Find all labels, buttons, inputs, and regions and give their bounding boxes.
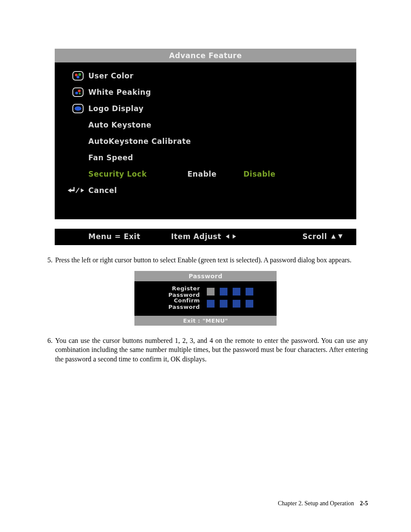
- svg-point-6: [78, 90, 81, 93]
- svg-point-3: [77, 76, 80, 79]
- row-label: Register Password: [142, 285, 207, 298]
- step-text: Press the left or right cursor button to…: [55, 255, 368, 265]
- user-color-icon: [72, 71, 84, 81]
- osd-advance-feature: Advance Feature User Color: [55, 49, 356, 245]
- footer-page-number: 2-5: [360, 500, 368, 507]
- menu-item-white-peaking[interactable]: White Peaking: [68, 84, 343, 100]
- menu-item-logo-display[interactable]: Logo Display: [68, 100, 343, 117]
- help-menu-exit: Menu = Exit: [68, 232, 171, 241]
- password-box[interactable]: [233, 288, 240, 296]
- password-register-row: Register Password: [142, 286, 269, 298]
- option-enable[interactable]: Enable: [187, 170, 243, 178]
- osd-title: Advance Feature: [55, 49, 356, 62]
- instruction-step-6: 6. You can use the cursor buttons number…: [43, 336, 368, 364]
- step-text: You can use the cursor buttons numbered …: [55, 336, 368, 364]
- svg-point-5: [75, 92, 78, 95]
- instruction-step-5: 5. Press the left or right cursor button…: [43, 255, 368, 265]
- menu-item-user-color[interactable]: User Color: [68, 68, 343, 84]
- svg-marker-13: [226, 234, 229, 239]
- password-box[interactable]: [207, 300, 215, 308]
- osd-exit-hint: Exit : "MENU": [134, 316, 277, 326]
- menu-item-fan-speed[interactable]: Fan Speed: [68, 149, 343, 166]
- menu-item-label: User Color: [88, 72, 179, 80]
- svg-rect-4: [73, 88, 83, 96]
- password-box[interactable]: [207, 288, 215, 296]
- password-box[interactable]: [220, 300, 227, 308]
- menu-item-label: Auto Keystone: [88, 121, 179, 129]
- menu-item-label: Security Lock: [88, 170, 179, 178]
- password-box[interactable]: [246, 300, 253, 308]
- password-box[interactable]: [233, 300, 240, 308]
- osd-help-bar: Menu = Exit Item Adjust Scroll: [55, 229, 356, 245]
- menu-item-label: White Peaking: [88, 88, 179, 96]
- password-confirm-row: Confirm Password: [142, 298, 269, 310]
- white-peaking-icon: [72, 87, 84, 97]
- svg-marker-10: [68, 187, 75, 192]
- svg-marker-12: [81, 188, 84, 193]
- step-number: 5.: [43, 255, 55, 265]
- svg-marker-16: [338, 234, 342, 239]
- osd-password: Password Register Password Confirm Passw…: [134, 271, 277, 326]
- menu-item-label: AutoKeystone Calibrate: [88, 137, 218, 146]
- menu-item-label: Cancel: [88, 186, 179, 195]
- step-number: 6.: [43, 336, 55, 364]
- option-disable[interactable]: Disable: [243, 170, 299, 178]
- svg-point-2: [78, 73, 81, 76]
- menu-item-cancel[interactable]: Cancel: [68, 182, 343, 199]
- footer-chapter: Chapter 2. Setup and Operation: [278, 500, 354, 507]
- menu-item-security-lock[interactable]: Security Lock Enable Disable: [68, 166, 343, 182]
- menu-item-auto-keystone[interactable]: Auto Keystone: [68, 117, 343, 133]
- svg-point-9: [75, 106, 81, 111]
- svg-marker-14: [233, 234, 236, 239]
- svg-line-11: [76, 188, 79, 193]
- svg-point-7: [79, 93, 81, 94]
- left-right-arrows-icon: [226, 233, 236, 240]
- help-item-adjust: Item Adjust: [171, 232, 221, 241]
- osd-title: Password: [134, 271, 277, 281]
- page-footer: Chapter 2. Setup and Operation 2-5: [278, 500, 368, 507]
- enter-right-icon: [68, 187, 86, 194]
- up-down-arrows-icon: [330, 233, 343, 240]
- menu-item-label: Fan Speed: [88, 153, 179, 162]
- menu-item-label: Logo Display: [88, 104, 179, 113]
- row-label: Confirm Password: [142, 297, 207, 310]
- menu-item-autokeystone-calibrate[interactable]: AutoKeystone Calibrate: [68, 133, 343, 149]
- svg-marker-15: [331, 234, 336, 239]
- password-box[interactable]: [246, 288, 253, 296]
- logo-display-icon: [72, 104, 84, 113]
- password-box[interactable]: [220, 288, 227, 296]
- help-scroll: Scroll: [302, 232, 327, 241]
